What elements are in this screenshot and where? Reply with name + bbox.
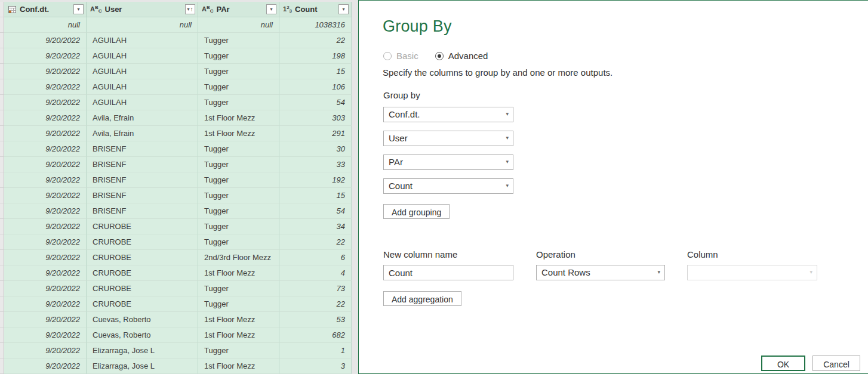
cell-date[interactable]: 9/20/2022	[4, 312, 87, 327]
cell-count[interactable]: 73	[279, 281, 352, 296]
cell-count[interactable]: 1038316	[279, 17, 352, 33]
cell-count[interactable]: 22	[279, 234, 352, 250]
cell-user[interactable]: BRISENF	[87, 141, 198, 157]
cell-date[interactable]: 9/20/2022	[4, 219, 87, 234]
cell-count[interactable]: 22	[279, 33, 352, 48]
cell-date[interactable]: 9/20/2022	[4, 358, 87, 374]
cell-user[interactable]: CRUROBE	[87, 296, 198, 312]
cell-count[interactable]: 198	[279, 48, 352, 64]
group-by-dropdown-1[interactable]: User▾	[383, 131, 513, 146]
cell-user[interactable]: BRISENF	[87, 203, 198, 219]
cell-count[interactable]: 106	[279, 79, 352, 95]
column-header-2[interactable]: ABCPAr▾	[198, 2, 279, 17]
cell-date[interactable]: 9/20/2022	[4, 79, 87, 95]
new-column-name-input[interactable]	[383, 265, 513, 280]
column-header-3[interactable]: 123Count▾	[279, 2, 352, 17]
cell-par[interactable]: 2nd/3rd Floor Mezz	[198, 250, 279, 265]
cell-user[interactable]: BRISENF	[87, 157, 198, 172]
cell-user[interactable]: BRISENF	[87, 188, 198, 203]
cell-par[interactable]: Tugger	[198, 296, 279, 312]
cell-user[interactable]: AGUILAH	[87, 33, 198, 48]
cell-count[interactable]: 303	[279, 110, 352, 126]
cell-count[interactable]: 3	[279, 358, 352, 374]
cell-user[interactable]: CRUROBE	[87, 234, 198, 250]
basic-radio[interactable]	[383, 52, 392, 60]
cell-count[interactable]: 22	[279, 296, 352, 312]
cell-count[interactable]: 33	[279, 157, 352, 172]
column-header-0[interactable]: Conf.dt.▾	[4, 2, 87, 17]
cell-count[interactable]: 192	[279, 172, 352, 188]
cell-date[interactable]: 9/20/2022	[4, 327, 87, 343]
cell-count[interactable]: 54	[279, 95, 352, 110]
cell-par[interactable]: 1st Floor Mezz	[198, 265, 279, 281]
cell-count[interactable]: 6	[279, 250, 352, 265]
cell-user[interactable]: Elizarraga, Jose L	[87, 343, 198, 358]
cell-par[interactable]: Tugger	[198, 281, 279, 296]
cell-par[interactable]: Tugger	[198, 234, 279, 250]
cell-user[interactable]: Elizarraga, Jose L	[87, 358, 198, 374]
cell-user[interactable]: BRISENF	[87, 172, 198, 188]
filter-sort-asc-button[interactable]: ▾↑	[185, 4, 195, 14]
cell-user[interactable]: Cuevas, Roberto	[87, 327, 198, 343]
cell-count[interactable]: 53	[279, 312, 352, 327]
cell-date[interactable]: 9/20/2022	[4, 234, 87, 250]
cell-date[interactable]: 9/20/2022	[4, 250, 87, 265]
advanced-radio[interactable]	[435, 52, 444, 60]
cell-count[interactable]: 54	[279, 203, 352, 219]
filter-dropdown-button[interactable]: ▾	[73, 4, 84, 14]
filter-dropdown-button[interactable]: ▾	[338, 4, 349, 14]
cell-user[interactable]: Avila, Efrain	[87, 110, 198, 126]
cell-par[interactable]: Tugger	[198, 95, 279, 110]
cell-date[interactable]: 9/20/2022	[4, 281, 87, 296]
cell-user[interactable]: CRUROBE	[87, 281, 198, 296]
cell-date[interactable]: 9/20/2022	[4, 126, 87, 141]
cell-par[interactable]: Tugger	[198, 79, 279, 95]
cell-date[interactable]: 9/20/2022	[4, 265, 87, 281]
cell-user[interactable]: CRUROBE	[87, 265, 198, 281]
cell-date[interactable]: 9/20/2022	[4, 188, 87, 203]
cell-par[interactable]: Tugger	[198, 172, 279, 188]
cell-user[interactable]: null	[87, 17, 198, 33]
cell-count[interactable]: 1	[279, 343, 352, 358]
cell-par[interactable]: null	[198, 17, 279, 33]
cell-date[interactable]: 9/20/2022	[4, 157, 87, 172]
ok-button[interactable]: OK	[761, 356, 805, 371]
cell-count[interactable]: 4	[279, 265, 352, 281]
group-by-dropdown-0[interactable]: Conf.dt.▾	[383, 107, 513, 122]
cell-date[interactable]: 9/20/2022	[4, 296, 87, 312]
cell-date[interactable]: 9/20/2022	[4, 141, 87, 157]
cancel-button[interactable]: Cancel	[812, 356, 860, 371]
operation-dropdown[interactable]: Count Rows ▾	[536, 265, 665, 280]
cell-par[interactable]: 1st Floor Mezz	[198, 358, 279, 374]
group-by-dropdown-3[interactable]: Count▾	[383, 178, 513, 194]
add-aggregation-button[interactable]: Add aggregation	[383, 291, 461, 306]
cell-par[interactable]: Tugger	[198, 64, 279, 79]
filter-dropdown-button[interactable]: ▾	[266, 4, 276, 14]
cell-user[interactable]: AGUILAH	[87, 79, 198, 95]
column-header-1[interactable]: ABCUser▾↑	[87, 2, 198, 17]
cell-date[interactable]: 9/20/2022	[4, 95, 87, 110]
cell-par[interactable]: Tugger	[198, 219, 279, 234]
cell-par[interactable]: Tugger	[198, 157, 279, 172]
cell-count[interactable]: 291	[279, 126, 352, 141]
cell-user[interactable]: CRUROBE	[87, 250, 198, 265]
cell-user[interactable]: AGUILAH	[87, 64, 198, 79]
cell-count[interactable]: 30	[279, 141, 352, 157]
cell-par[interactable]: Tugger	[198, 141, 279, 157]
cell-date[interactable]: null	[4, 17, 87, 33]
cell-par[interactable]: Tugger	[198, 188, 279, 203]
cell-user[interactable]: CRUROBE	[87, 219, 198, 234]
cell-date[interactable]: 9/20/2022	[4, 343, 87, 358]
cell-par[interactable]: 1st Floor Mezz	[198, 126, 279, 141]
cell-date[interactable]: 9/20/2022	[4, 110, 87, 126]
cell-user[interactable]: AGUILAH	[87, 95, 198, 110]
cell-par[interactable]: 1st Floor Mezz	[198, 327, 279, 343]
add-grouping-button[interactable]: Add grouping	[383, 204, 450, 219]
cell-count[interactable]: 15	[279, 188, 352, 203]
cell-date[interactable]: 9/20/2022	[4, 48, 87, 64]
group-by-dropdown-2[interactable]: PAr▾	[383, 154, 513, 170]
cell-par[interactable]: Tugger	[198, 343, 279, 358]
cell-par[interactable]: 1st Floor Mezz	[198, 110, 279, 126]
cell-user[interactable]: Cuevas, Roberto	[87, 312, 198, 327]
cell-count[interactable]: 34	[279, 219, 352, 234]
